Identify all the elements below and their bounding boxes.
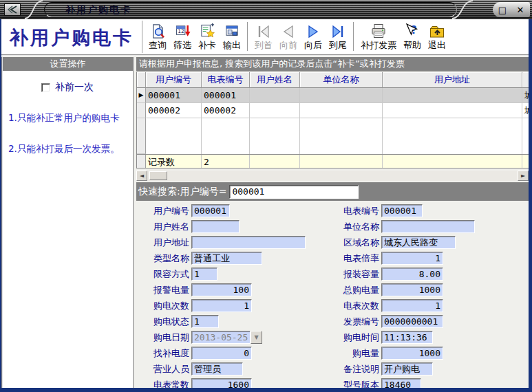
toolbar-go-next-button[interactable]: 向后 — [301, 20, 325, 52]
user-address-label: 用户地址 — [147, 237, 191, 249]
alarm-energy-label: 报警电量 — [147, 284, 191, 296]
form-row: 报警电量100 — [147, 282, 306, 298]
adjustment-energy-field[interactable]: 0 — [191, 347, 252, 360]
scroll-right-button[interactable]: ► — [518, 171, 529, 181]
grid-empty-area — [137, 118, 529, 154]
table-cell: 000001 — [202, 88, 250, 103]
table-cell: 城 — [522, 88, 529, 103]
purchase-date-value: 2013-05-25 — [191, 331, 251, 344]
reissue-previous-option[interactable]: 补前一次 — [3, 81, 133, 94]
form-row: 用户地址 — [147, 235, 306, 250]
toolbar-query-button[interactable]: 查询 — [146, 20, 169, 52]
meter-count-field[interactable]: 1 — [381, 299, 443, 312]
grid-hscrollbar[interactable]: ◄ ► — [136, 171, 529, 181]
toolbar-divider — [142, 21, 143, 53]
installed-capacity-field[interactable]: 8.00 — [381, 268, 443, 281]
type-name-field[interactable]: 普通工业 — [191, 252, 262, 265]
unit-name-field[interactable] — [381, 220, 475, 233]
titlebar[interactable]: 补用户购电卡 □ ✕ — [0, 0, 532, 19]
grid-empty-cell — [146, 118, 202, 154]
scroll-thumb[interactable] — [149, 171, 167, 180]
user-address-field[interactable] — [191, 236, 306, 249]
meter-constant-field[interactable]: 1600 — [191, 378, 252, 388]
toolbar-help-button[interactable]: ?帮助 — [401, 20, 424, 52]
alarm-energy-field[interactable]: 100 — [191, 283, 252, 296]
capacity-limit-mode-field[interactable]: 1 — [191, 268, 217, 281]
operator-field[interactable]: 管理员 — [191, 362, 243, 375]
grid-footer-cell — [522, 155, 529, 168]
titlebar-swoosh-left — [23, 0, 44, 19]
quick-search-input[interactable] — [229, 185, 359, 199]
sidebar: 设置操作 补前一次 1.只能补正常用户的购电卡 2.只能补打最后一次发票。 — [1, 57, 134, 388]
table-cell — [383, 88, 522, 103]
grid-column-header[interactable]: 用户编号 — [146, 72, 202, 88]
meter-id-field[interactable]: 000001 — [381, 204, 423, 217]
user-name-field[interactable] — [191, 220, 240, 233]
purchase-status-field[interactable]: 1 — [191, 315, 219, 328]
close-button[interactable]: ✕ — [513, 3, 527, 16]
toolbar-go-last-button[interactable]: 到尾 — [326, 20, 350, 52]
reissue-previous-label: 补前一次 — [55, 81, 94, 94]
grid-column-header[interactable]: 单位名称 — [300, 72, 383, 88]
toolbar-reprint-invoice-button[interactable]: 补打发票 — [358, 20, 399, 52]
remark-field[interactable]: 开户购电 — [381, 362, 433, 375]
window-body: 补用户购电卡 查询12筛选补卡输出到首向前向后到尾补打发票?帮助退出 设置操作 … — [1, 19, 529, 388]
form-row: 用户编号000001 — [147, 203, 306, 219]
form-row: 总购电量1000 — [337, 282, 475, 298]
window-controls: □ ✕ — [493, 2, 530, 17]
grid-column-header[interactable] — [522, 72, 529, 88]
grid-column-header[interactable]: 用户地址 — [383, 72, 522, 88]
model-version-field[interactable]: 18460 — [381, 378, 421, 388]
grid-empty-marker — [137, 118, 146, 154]
grid-column-header[interactable]: 用户姓名 — [250, 72, 300, 88]
purchase-count-field[interactable]: 1 — [191, 299, 252, 312]
form-row: 发票编号0000000001 — [337, 314, 475, 329]
chevron-down-icon[interactable]: ▼ — [251, 331, 262, 344]
grid-column-header[interactable]: 电表编号 — [202, 72, 250, 88]
meter-constant-label: 电表常数 — [147, 379, 191, 389]
table-cell — [383, 103, 522, 118]
row-marker — [137, 103, 146, 118]
last-icon — [330, 21, 346, 39]
table-row[interactable]: ▶000001000001城 — [137, 88, 529, 103]
purchase-time-field[interactable]: 11:13:36 — [381, 331, 433, 344]
purchase-date-combobox[interactable]: 2013-05-25▼ — [191, 331, 262, 344]
form-row: 报装容量8.00 — [337, 266, 475, 282]
purchase-count-label: 购电次数 — [147, 300, 191, 312]
reissue-previous-checkbox[interactable] — [41, 83, 50, 92]
meter-id-label: 电表编号 — [337, 205, 381, 217]
area-name-field[interactable]: 城东人民路变 — [381, 236, 456, 249]
grid-footer-cell — [300, 155, 383, 168]
meter-ratio-field[interactable]: 1 — [381, 252, 443, 265]
unit-name-label: 单位名称 — [337, 221, 381, 233]
filter-icon: 12 — [175, 21, 191, 39]
toolbar-reissue-card-button[interactable]: 补卡 — [195, 20, 219, 52]
toolbar-go-first-button[interactable]: 到首 — [252, 20, 275, 52]
form-row: 购电日期2013-05-25▼ — [147, 329, 306, 345]
quick-search-label: 快速搜索:用户编号= — [138, 186, 226, 198]
table-row[interactable]: 000002000002城 — [137, 103, 529, 118]
form-row: 单位名称 — [337, 219, 475, 235]
purchase-status-label: 购电状态 — [147, 316, 191, 328]
grid-empty-cell — [383, 118, 522, 154]
toolbar-go-prev-button[interactable]: 向前 — [277, 20, 300, 52]
meter-ratio-label: 电表倍率 — [337, 252, 381, 265]
maximize-button[interactable]: □ — [496, 3, 509, 16]
scroll-left-button[interactable]: ◄ — [136, 171, 147, 181]
app-window: 补用户购电卡 □ ✕ 补用户购电卡 查询12筛选补卡输出到首向前向后到尾补打发票… — [0, 0, 532, 392]
toolbar-filter-button[interactable]: 12筛选 — [171, 20, 194, 52]
toolbar-exit-button[interactable]: 退出 — [425, 20, 449, 52]
purchase-energy-field[interactable]: 1000 — [381, 347, 443, 360]
user-id-field[interactable]: 000001 — [191, 204, 230, 217]
help-icon: ? — [404, 21, 421, 39]
grid-footer-cell: 2 — [202, 155, 250, 168]
form-row: 区域名称城东人民路变 — [337, 235, 475, 250]
grid-footer-cell: 记录数 — [146, 155, 202, 168]
form-row: 电表常数1600 — [147, 377, 306, 388]
printer-icon — [370, 21, 387, 39]
total-energy-field[interactable]: 1000 — [381, 283, 443, 296]
grid-header-row: 用户编号电表编号用户姓名单位名称用户地址 — [137, 72, 529, 88]
header-band: 补用户购电卡 查询12筛选补卡输出到首向前向后到尾补打发票?帮助退出 — [1, 19, 529, 56]
invoice-number-field[interactable]: 0000000001 — [381, 315, 443, 328]
toolbar-output-button[interactable]: 输出 — [220, 20, 244, 52]
